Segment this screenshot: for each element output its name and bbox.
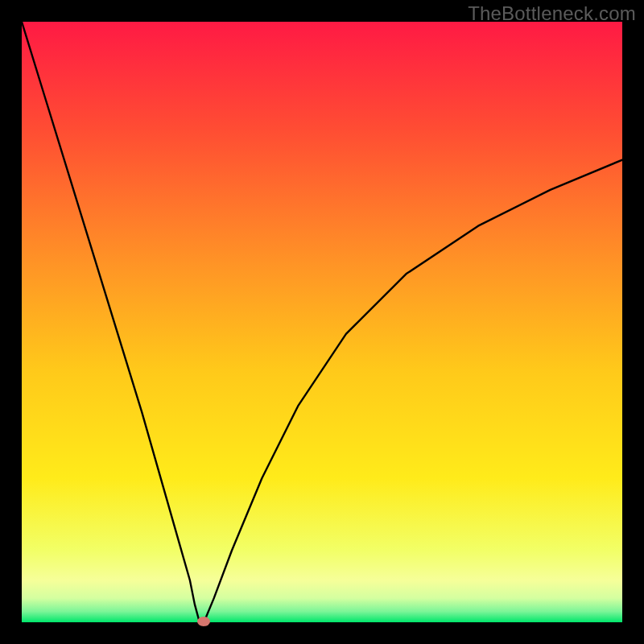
plot-area (22, 22, 622, 622)
current-point-marker (197, 617, 210, 626)
plot-svg (22, 22, 622, 622)
gradient-background (22, 22, 622, 622)
chart-frame: TheBottleneck.com (0, 0, 644, 644)
